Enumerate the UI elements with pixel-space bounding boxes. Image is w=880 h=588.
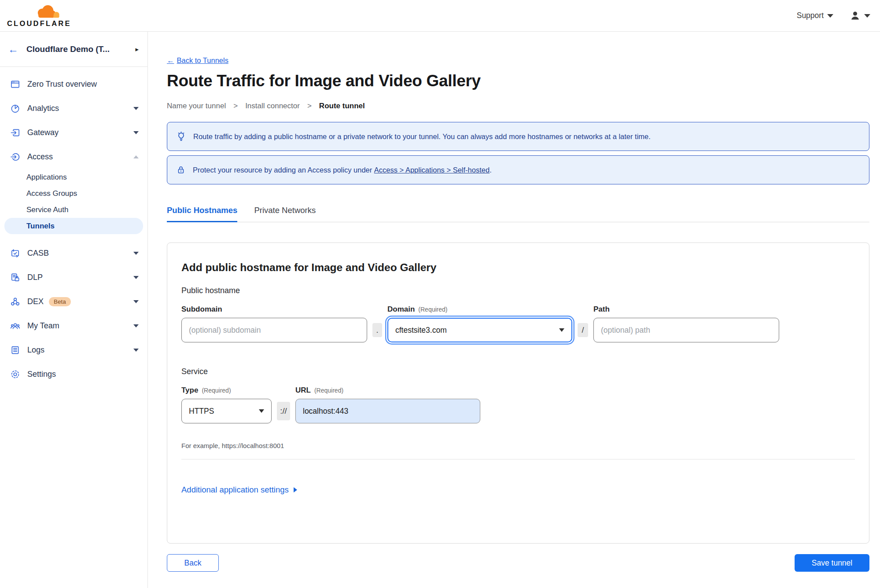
chevron-right-icon[interactable]: ▸ [135,45,139,53]
domain-select[interactable]: cftestsite3.com [387,318,572,342]
app-root: CLOUDFLARE Support ← Cloudflare Demo (T.… [0,0,880,588]
chevron-down-icon [864,14,870,18]
sidebar-item-dex[interactable]: DEX Beta [0,290,147,314]
chevron-down-icon [259,409,264,413]
sidebar-item-label: Zero Trust overview [27,80,97,89]
sidebar-item-zero-trust-overview[interactable]: Zero Trust overview [0,72,147,96]
team-icon [10,320,21,331]
chevron-up-icon [133,155,139,158]
back-link-label: Back to Tunnels [177,56,228,65]
back-to-tunnels-link[interactable]: ← Back to Tunnels [167,56,228,65]
support-label: Support [797,11,824,20]
domain-label: Domain (Required) [387,305,572,314]
sidebar-subitem-tunnels[interactable]: Tunnels [4,218,143,234]
sidebar-subitem-label: Applications [26,173,67,182]
analytics-icon [10,103,21,114]
step-route-tunnel: Route tunnel [319,102,365,110]
cloudflare-cloud-icon [32,4,63,20]
casb-icon [10,248,21,259]
additional-application-settings-toggle[interactable]: Additional application settings [181,485,297,495]
tab-private-networks[interactable]: Private Networks [254,206,316,222]
service-type-select[interactable]: HTTPS [181,399,272,423]
user-icon [849,10,861,22]
back-arrow-icon: ← [167,56,174,65]
sidebar-account-header: ← Cloudflare Demo (T... ▸ [0,32,147,67]
step-install-connector[interactable]: Install connector [245,102,300,110]
support-menu[interactable]: Support [797,11,833,20]
breadcrumb-steps: Name your tunnel > Install connector > R… [167,102,869,110]
sidebar-item-access[interactable]: Access [0,145,147,169]
sidebar-subitem-label: Tunnels [26,222,55,231]
main-content: ← Back to Tunnels Route Traffic for Imag… [148,32,880,588]
beta-badge: Beta [49,297,71,306]
path-input[interactable] [593,318,779,342]
sidebar-item-label: DLP [27,273,43,282]
public-hostname-card: Add public hostname for Image and Video … [167,243,869,544]
step-name-your-tunnel[interactable]: Name your tunnel [167,102,226,110]
chevron-down-icon [133,276,139,279]
logs-icon [10,345,21,356]
sidebar-item-label: Access [27,152,53,162]
sidebar-nav: Zero Trust overview Analytics Gateway [0,67,147,386]
public-hostname-section-label: Public hostname [181,286,855,295]
cloudflare-logo: CLOUDFLARE [7,4,71,28]
type-label: Type (Required) [181,386,272,395]
logo-wordmark: CLOUDFLARE [7,19,71,28]
chevron-right-icon [294,487,297,492]
back-button[interactable]: Back [167,554,219,572]
banner-text: Protect your resource by adding an Acces… [193,166,492,174]
sidebar-subitem-service-auth[interactable]: Service Auth [0,202,147,218]
sidebar-item-gateway[interactable]: Gateway [0,121,147,145]
lightbulb-icon [176,131,187,142]
access-icon [10,151,21,162]
step-separator: > [233,102,238,110]
required-note: (Required) [418,306,447,313]
subdomain-input[interactable] [181,318,367,342]
sidebar-item-analytics[interactable]: Analytics [0,96,147,121]
sidebar-subitem-label: Access Groups [26,189,77,198]
card-divider [181,459,855,459]
chevron-down-icon [133,324,139,327]
path-label: Path [593,305,779,314]
topbar-right: Support [797,10,870,22]
overview-icon [10,79,21,90]
required-note: (Required) [202,387,231,394]
sidebar-subitem-label: Service Auth [26,206,68,214]
sidebar-item-label: Gateway [27,128,59,137]
sidebar-item-my-team[interactable]: My Team [0,314,147,338]
account-menu[interactable] [849,10,870,22]
save-tunnel-button[interactable]: Save tunnel [795,554,869,572]
hostname-labels-row: Subdomain Domain (Required) Path [181,305,855,314]
hostname-fields-row: . cftestsite3.com / [181,318,855,342]
sidebar-item-dlp[interactable]: DLP [0,265,147,290]
sidebar-item-settings[interactable]: Settings [0,362,147,386]
service-type-value: HTTPS [189,407,214,416]
sidebar-item-logs[interactable]: Logs [0,338,147,362]
access-applications-self-hosted-link[interactable]: Access > Applications > Self-hosted [374,166,490,174]
access-policy-banner: Protect your resource by adding an Acces… [167,155,869,184]
chevron-down-icon [133,131,139,134]
back-arrow-icon[interactable]: ← [8,44,18,55]
sidebar-item-label: CASB [27,249,49,258]
page-title: Route Traffic for Image and Video Galler… [167,72,869,90]
step-separator: > [307,102,312,110]
sidebar-item-label: My Team [27,321,59,331]
gear-icon [10,369,21,380]
domain-select-value: cftestsite3.com [395,326,447,335]
tab-bar: Public Hostnames Private Networks [167,206,869,222]
service-fields-row: HTTPS :// [181,399,855,423]
dlp-icon [10,272,21,283]
chevron-down-icon [133,107,139,110]
route-traffic-info-banner: Route traffic by adding a public hostnam… [167,122,869,151]
sidebar-item-label: Analytics [27,104,59,113]
sidebar-subitem-applications[interactable]: Applications [0,169,147,185]
service-url-input[interactable] [295,399,480,423]
sidebar-item-casb[interactable]: CASB [0,241,147,265]
subdomain-label: Subdomain [181,305,367,314]
chevron-down-icon [827,14,833,18]
top-bar: CLOUDFLARE Support [0,0,880,32]
footer-actions: Back Save tunnel [167,554,869,572]
tab-public-hostnames[interactable]: Public Hostnames [167,206,237,222]
service-section-label: Service [181,367,855,376]
sidebar-subitem-access-groups[interactable]: Access Groups [0,185,147,202]
